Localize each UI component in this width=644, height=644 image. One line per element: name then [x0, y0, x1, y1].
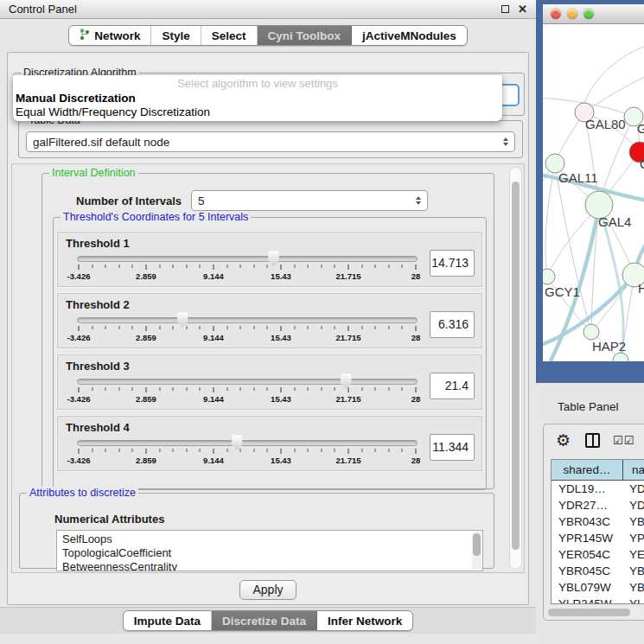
algorithm-option[interactable]: Manual Discretization: [13, 92, 502, 105]
threshold-value-field[interactable]: 14.713: [430, 250, 475, 277]
numerical-attributes-list[interactable]: SelfLoopsTopologicalCoefficientBetweenne…: [56, 530, 483, 571]
cell-shared-name[interactable]: YPR145W: [552, 530, 623, 546]
scrollbar-thumb[interactable]: [473, 533, 481, 556]
tab-infer-network[interactable]: Infer Network: [317, 611, 412, 630]
attributes-scrollbar[interactable]: [472, 532, 481, 570]
close-icon[interactable]: ✕: [518, 3, 527, 15]
tab-network[interactable]: Network: [69, 26, 151, 45]
cell-shared-name[interactable]: YBL079W: [552, 579, 623, 596]
tick: [308, 449, 309, 452]
tick: [348, 326, 349, 331]
scrollbar-thumb[interactable]: [548, 609, 630, 616]
tab-label: Discretize Data: [222, 611, 306, 631]
table-row[interactable]: YLR345WYLR3: [552, 596, 644, 604]
table-row[interactable]: YDR27…YDR2: [552, 497, 644, 513]
network-node[interactable]: [613, 353, 628, 361]
table-row[interactable]: YBR043CYBR0: [552, 513, 644, 530]
tab-impute-data[interactable]: Impute Data: [124, 611, 212, 630]
network-node[interactable]: [583, 324, 599, 340]
cell-name[interactable]: YBL0: [623, 579, 644, 596]
slider-track[interactable]: [77, 317, 418, 323]
cell-shared-name[interactable]: YBR045C: [552, 563, 623, 579]
number-of-intervals-combobox[interactable]: 5: [191, 190, 428, 211]
tick: [388, 326, 389, 329]
node-attribute-table[interactable]: shared… na YDL19…YDL1YDR27…YDR2YBR043CYB…: [551, 459, 644, 604]
cell-name[interactable]: YBR0: [623, 513, 644, 530]
control-panel-window: Control Panel ✕ NetworkStyleSelectCyni T…: [0, 0, 536, 644]
threshold-slider[interactable]: -3.4262.8599.14415.4321.71528: [77, 433, 418, 468]
tick: [173, 387, 174, 391]
slider-track[interactable]: [77, 379, 418, 385]
column-header-name[interactable]: na: [623, 460, 644, 480]
tab-label: Select: [212, 26, 246, 46]
network-window-titlebar[interactable]: [543, 4, 644, 24]
algorithm-option[interactable]: Equal Width/Frequency Discretization: [13, 105, 502, 119]
scrollbar-thumb[interactable]: [512, 182, 520, 550]
close-light[interactable]: [551, 9, 561, 19]
table-row[interactable]: YER054CYER0: [552, 546, 644, 563]
network-node-label: G: [637, 121, 644, 136]
tab-cyni-toolbox[interactable]: Cyni Toolbox: [258, 26, 353, 45]
threshold-panel: Threshold 4 -3.4262.8599.14415.4321.7152…: [57, 416, 482, 471]
table-row[interactable]: YBR045CYBR0: [552, 563, 644, 579]
table-row[interactable]: YBL079WYBL0: [552, 579, 644, 596]
tab-label: Style: [162, 26, 189, 46]
column-header-shared[interactable]: shared…: [552, 460, 623, 480]
cell-shared-name[interactable]: YDL19…: [552, 481, 623, 497]
slider-track[interactable]: [77, 256, 418, 262]
columns-icon[interactable]: [585, 433, 600, 448]
network-node-label: HAP2: [592, 339, 626, 354]
network-canvas[interactable]: GAL80GCGAL11GAL4GCY1HHAP2: [543, 24, 644, 361]
tick: [348, 387, 349, 392]
tick: [186, 387, 187, 391]
tick: [321, 265, 322, 268]
tick-label: 28: [411, 456, 421, 465]
network-node[interactable]: [543, 269, 555, 284]
slider-track[interactable]: [77, 440, 418, 446]
zoom-light[interactable]: [583, 9, 594, 19]
threshold-value-field[interactable]: 6.316: [430, 311, 475, 338]
table-data-combobox[interactable]: galFiltered.sif default node: [26, 131, 515, 152]
checkboxes-icon[interactable]: ☑☑: [613, 434, 634, 447]
apply-button[interactable]: Apply: [239, 580, 296, 600]
cell-name[interactable]: YDR2: [623, 497, 644, 513]
tab-jactivemnodules[interactable]: jActiveMNodules: [352, 26, 467, 45]
tab-select[interactable]: Select: [201, 26, 258, 45]
tick-label: 9.144: [203, 333, 224, 342]
cell-name[interactable]: YER0: [623, 546, 644, 563]
tick: [321, 326, 322, 329]
cell-shared-name[interactable]: YLR345W: [552, 596, 623, 604]
settings-vertical-scrollbar[interactable]: [509, 167, 522, 570]
cell-shared-name[interactable]: YER054C: [552, 546, 623, 563]
threshold-slider[interactable]: -3.4262.8599.14415.4321.71528: [77, 249, 418, 284]
cell-name[interactable]: YBR0: [623, 563, 644, 579]
control-panel-titlebar[interactable]: Control Panel ✕: [0, 0, 536, 19]
tab-style[interactable]: Style: [151, 26, 201, 45]
cell-shared-name[interactable]: YDR27…: [552, 497, 623, 513]
table-horizontal-scrollbar[interactable]: [547, 608, 641, 617]
tick: [321, 449, 322, 452]
cell-name[interactable]: YDL1: [623, 481, 644, 497]
tick: [226, 265, 227, 268]
cyni-toolbox-panel: Discretization Algorithm Select algorith…: [7, 52, 529, 605]
tick: [402, 326, 403, 329]
threshold-value-field[interactable]: 11.344: [430, 434, 475, 461]
tab-discretize-data[interactable]: Discretize Data: [212, 611, 317, 630]
cell-name[interactable]: YPR1: [623, 530, 644, 546]
float-window-icon[interactable]: [501, 5, 509, 13]
tick: [132, 387, 133, 391]
interval-definition-group: Interval Definition Number of Intervals …: [41, 173, 494, 489]
table-row[interactable]: YDL19…YDL1: [552, 481, 644, 497]
threshold-value-field[interactable]: 21.4: [430, 373, 475, 399]
attribute-item[interactable]: BetweennessCentrality: [62, 560, 482, 571]
threshold-slider[interactable]: -3.4262.8599.14415.4321.71528: [77, 372, 418, 406]
attribute-item[interactable]: TopologicalCoefficient: [62, 546, 482, 560]
attribute-item[interactable]: SelfLoops: [62, 532, 482, 546]
tick: [267, 449, 268, 452]
cell-name[interactable]: YLR3: [623, 596, 644, 604]
table-row[interactable]: YPR145WYPR1: [552, 530, 644, 546]
cell-shared-name[interactable]: YBR043C: [552, 513, 623, 530]
gear-icon[interactable]: ⚙: [556, 430, 571, 450]
threshold-slider[interactable]: -3.4262.8599.14415.4321.71528: [77, 310, 418, 345]
minimize-light[interactable]: [567, 9, 577, 19]
